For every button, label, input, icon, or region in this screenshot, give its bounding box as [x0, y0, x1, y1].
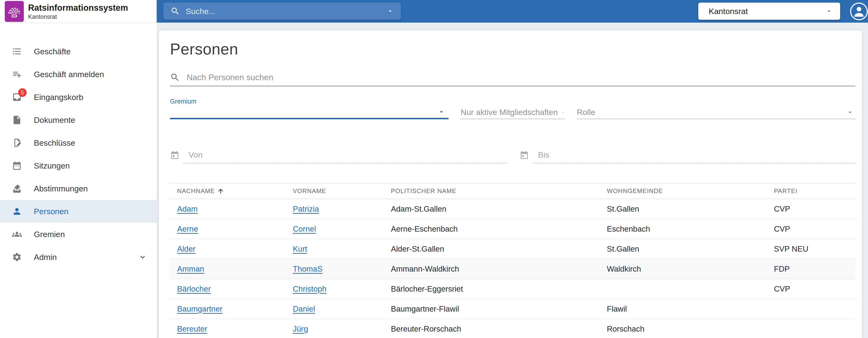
vorname-link[interactable]: Christoph — [293, 284, 327, 293]
von-date-field[interactable]: Von — [170, 147, 507, 163]
search-icon — [170, 72, 180, 82]
file-icon — [12, 115, 22, 125]
global-search[interactable] — [163, 3, 401, 20]
search-icon — [170, 6, 180, 16]
bis-date-field[interactable]: Bis — [520, 147, 856, 163]
cell-nachname: Baumgartner — [169, 304, 293, 313]
sidebar-item-geschäft-anmelden[interactable]: Geschäft anmelden — [0, 63, 157, 86]
sidebar-item-admin[interactable]: Admin — [0, 246, 157, 269]
date-filter-row: Von Bis — [170, 147, 856, 163]
column-header-vorname[interactable]: Vorname — [293, 187, 391, 195]
vorname-link[interactable]: Kurt — [293, 244, 307, 253]
person-search-input[interactable] — [186, 72, 856, 82]
sidebar-item-geschäfte[interactable]: Geschäfte — [0, 40, 157, 63]
nachname-link[interactable]: Bärlocher — [177, 284, 211, 293]
cell-wohngemeinde: Waldkirch — [607, 265, 774, 274]
active-memberships-filter[interactable]: Nur aktive Mitgliedschaften — [461, 106, 565, 119]
cell-politischer_name: Aerne-Eschenbach — [391, 224, 607, 234]
sidebar-item-gremien[interactable]: Gremien — [0, 223, 157, 246]
org-selector-value: Kantonsrat — [709, 7, 826, 16]
sidebar-item-label: Admin — [34, 252, 57, 262]
nachname-link[interactable]: Alder — [177, 244, 195, 253]
sidebar-item-label: Beschlüsse — [34, 138, 75, 148]
column-header-wohngemeinde[interactable]: Wohngemeinde — [607, 187, 774, 195]
caret-down-icon — [846, 109, 854, 116]
sidebar-item-label: Dokumente — [34, 116, 75, 125]
gremium-select[interactable] — [170, 106, 448, 119]
search-scope-caret-icon[interactable] — [386, 8, 394, 15]
app-subtitle: Kantonsrat — [28, 13, 57, 20]
table-row[interactable]: AlderKurtAlder-St.GallenSt.GallenSVP NEU — [169, 239, 856, 259]
cell-wohngemeinde: Flawil — [607, 304, 774, 313]
cell-nachname: Alder — [169, 244, 293, 253]
cell-vorname: Daniel — [293, 304, 391, 313]
gremium-filter[interactable]: Gremium — [170, 98, 448, 119]
sidebar-item-beschlüsse[interactable]: Beschlüsse — [0, 131, 157, 154]
table-row[interactable]: BereuterJürgBereuter-RorschachRorschach — [169, 319, 856, 338]
app-brand[interactable]: Ratsinformationssystem Kantonsrat — [0, 0, 157, 23]
playlist-add-icon — [12, 69, 22, 79]
table-header-row: NachnameVornamePolitischer NameWohngemei… — [169, 183, 856, 199]
sidebar-item-sitzungen[interactable]: Sitzungen — [0, 154, 157, 177]
parliament-icon — [7, 4, 22, 19]
cell-wohngemeinde: Rorschach — [607, 325, 774, 334]
nachname-link[interactable]: Adam — [177, 205, 197, 213]
app-title: Ratsinformationssystem — [28, 3, 128, 13]
vorname-link[interactable]: Patrizia — [293, 205, 319, 213]
list-icon — [12, 47, 22, 56]
table-row[interactable]: AerneCornelAerne-EschenbachEschenbachCVP — [169, 219, 856, 239]
cell-partei: CVP — [774, 284, 856, 294]
persons-table: NachnameVornamePolitischer NameWohngemei… — [169, 183, 856, 338]
groups-icon — [12, 229, 22, 239]
table-row[interactable]: BärlocherChristophBärlocher-EggersrietCV… — [169, 279, 856, 299]
page-title: Personen — [170, 40, 856, 58]
cell-vorname: Patrizia — [293, 205, 391, 214]
app-logo — [5, 1, 24, 22]
sidebar-item-label: Gremien — [34, 230, 65, 239]
table-row[interactable]: AdamPatriziaAdam-St.GallenSt.GallenCVP — [169, 199, 856, 219]
cell-politischer_name: Bereuter-Rorschach — [391, 325, 607, 334]
column-header-partei[interactable]: Partei — [774, 187, 856, 195]
cell-nachname: Bärlocher — [169, 284, 293, 294]
table-row[interactable]: AmmanThomaSAmmann-WaldkirchWaldkirchFDP — [169, 259, 856, 279]
column-header-nachname[interactable]: Nachname — [169, 187, 293, 195]
cell-partei: CVP — [774, 205, 856, 214]
cell-politischer_name: Baumgartner-Flawil — [391, 304, 607, 313]
cell-wohngemeinde: St.Gallen — [607, 244, 774, 253]
user-avatar-button[interactable] — [849, 2, 868, 21]
org-selector[interactable]: Kantonsrat — [698, 3, 840, 20]
sidebar-item-dokumente[interactable]: Dokumente — [0, 109, 157, 131]
caret-down-icon — [562, 110, 565, 115]
vorname-link[interactable]: Daniel — [293, 304, 315, 313]
sidebar-item-personen[interactable]: Personen — [0, 200, 157, 223]
vorname-link[interactable]: ThomaS — [293, 265, 322, 273]
gremium-label: Gremium — [170, 98, 448, 106]
nachname-link[interactable]: Aerne — [177, 224, 198, 233]
sidebar-item-eingangskorb[interactable]: 5Eingangskorb — [0, 86, 157, 109]
active-memberships-select[interactable]: Nur aktive Mitgliedschaften — [461, 106, 565, 119]
caret-down-icon — [438, 108, 445, 116]
nachname-link[interactable]: Amman — [177, 265, 204, 273]
column-header-politischer-name[interactable]: Politischer Name — [391, 187, 607, 195]
cell-politischer_name: Adam-St.Gallen — [391, 205, 607, 214]
sort-ascending-icon — [217, 188, 224, 195]
rolle-filter[interactable]: Rolle — [577, 106, 856, 119]
nachname-link[interactable]: Baumgartner — [177, 304, 223, 313]
vorname-link[interactable]: Jürg — [293, 325, 308, 333]
nachname-link[interactable]: Bereuter — [177, 325, 207, 333]
sidebar-item-label: Sitzungen — [34, 161, 70, 171]
account-icon — [849, 2, 868, 21]
table-row[interactable]: BaumgartnerDanielBaumgartner-FlawilFlawi… — [169, 299, 856, 319]
rolle-select[interactable]: Rolle — [577, 106, 856, 119]
cell-nachname: Aerne — [169, 224, 293, 234]
global-search-input[interactable] — [185, 6, 381, 16]
cell-nachname: Bereuter — [169, 325, 293, 334]
cell-politischer_name: Bärlocher-Eggersriet — [391, 284, 607, 294]
cell-politischer_name: Alder-St.Gallen — [391, 244, 607, 253]
calendar-icon — [170, 151, 180, 160]
sidebar-item-abstimmungen[interactable]: Abstimmungen — [0, 177, 157, 200]
person-search[interactable] — [170, 69, 856, 86]
vorname-link[interactable]: Cornel — [293, 224, 316, 233]
cell-partei: FDP — [774, 265, 856, 274]
decision-icon — [12, 138, 22, 148]
